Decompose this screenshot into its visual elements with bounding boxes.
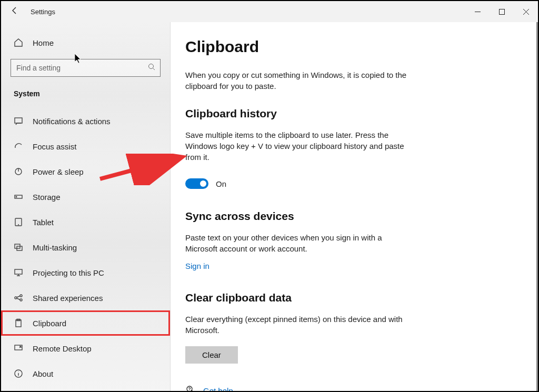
about-icon (14, 369, 23, 378)
page-title: Clipboard (185, 38, 538, 56)
minimize-button[interactable] (465, 1, 490, 22)
clipboard-history-toggle[interactable] (185, 178, 208, 189)
notifications-icon (14, 116, 23, 126)
svg-rect-9 (15, 269, 22, 274)
clear-heading: Clear clipboard data (185, 292, 538, 304)
svg-point-18 (189, 390, 189, 390)
shared-experiences-icon (14, 293, 23, 303)
multitasking-icon (14, 243, 23, 252)
search-input[interactable] (11, 59, 161, 77)
scrollbar[interactable] (536, 22, 538, 391)
clear-description: Clear everything (except pinned items) o… (185, 314, 412, 336)
back-button[interactable] (1, 6, 28, 17)
sidebar-section-header: System (1, 77, 170, 103)
sidebar-item-about[interactable]: About (1, 361, 170, 386)
history-heading: Clipboard history (185, 107, 538, 120)
remote-desktop-icon (14, 344, 23, 353)
svg-point-5 (16, 196, 17, 197)
home-icon (14, 38, 23, 47)
sidebar-item-label: Projecting to this PC (33, 268, 104, 277)
sidebar-item-power-sleep[interactable]: Power & sleep (1, 159, 170, 184)
close-button[interactable] (514, 1, 538, 22)
sidebar-item-remote-desktop[interactable]: Remote Desktop (1, 336, 170, 361)
sidebar-item-label: Multi-tasking (33, 243, 77, 252)
power-sleep-icon (14, 167, 23, 176)
maximize-button[interactable] (490, 1, 514, 22)
svg-point-12 (20, 299, 22, 301)
sidebar-item-label: Storage (33, 193, 61, 202)
page-intro: When you copy or cut something in Window… (185, 69, 412, 92)
sidebar-item-label: Focus assist (33, 142, 76, 151)
clipboard-icon (14, 318, 23, 328)
title-bar: Settings (1, 1, 538, 22)
sidebar-nav: Notifications & actions Focus assist Pow… (1, 108, 170, 386)
sidebar-item-label: Clipboard (33, 319, 66, 328)
sidebar-item-focus-assist[interactable]: Focus assist (1, 134, 170, 159)
sidebar-item-label: Power & sleep (33, 167, 84, 176)
svg-point-10 (15, 297, 17, 299)
main-panel: Clipboard When you copy or cut something… (171, 22, 538, 391)
sync-description: Paste text on your other devices when yo… (185, 232, 412, 254)
sidebar-item-projecting[interactable]: Projecting to this PC (1, 260, 170, 285)
focus-assist-icon (14, 142, 23, 151)
sidebar-item-label: Shared experiences (33, 294, 103, 303)
sidebar-item-label: Remote Desktop (33, 344, 92, 353)
history-description: Save multiple items to the clipboard to … (185, 129, 412, 163)
app-title: Settings (28, 8, 55, 16)
projecting-icon (14, 268, 23, 277)
home-nav[interactable]: Home (1, 34, 170, 52)
home-label: Home (33, 38, 54, 47)
sidebar-item-tablet[interactable]: Tablet (1, 209, 170, 235)
storage-icon (14, 192, 23, 202)
sidebar-item-label: Tablet (33, 218, 54, 227)
sidebar-item-shared-experiences[interactable]: Shared experiences (1, 285, 170, 310)
sidebar-item-label: About (33, 369, 53, 378)
get-help-link[interactable]: Get help (203, 386, 233, 391)
sidebar-item-multitasking[interactable]: Multi-tasking (1, 235, 170, 260)
sidebar-item-notifications[interactable]: Notifications & actions (1, 108, 170, 134)
sign-in-link[interactable]: Sign in (185, 262, 209, 270)
search-icon (148, 63, 155, 72)
help-icon (185, 385, 196, 391)
svg-point-11 (20, 295, 22, 297)
tablet-icon (14, 217, 23, 227)
clear-button[interactable]: Clear (185, 346, 238, 364)
svg-rect-0 (499, 9, 504, 14)
sync-heading: Sync across devices (185, 210, 538, 223)
sidebar-item-clipboard[interactable]: Clipboard (1, 310, 170, 336)
sidebar-item-label: Notifications & actions (33, 117, 111, 126)
sidebar-item-storage[interactable]: Storage (1, 184, 170, 209)
sidebar: Home System Notifications & actions Focu… (1, 22, 171, 391)
svg-rect-2 (15, 118, 22, 123)
svg-point-1 (149, 64, 154, 69)
toggle-state-label: On (216, 179, 226, 188)
